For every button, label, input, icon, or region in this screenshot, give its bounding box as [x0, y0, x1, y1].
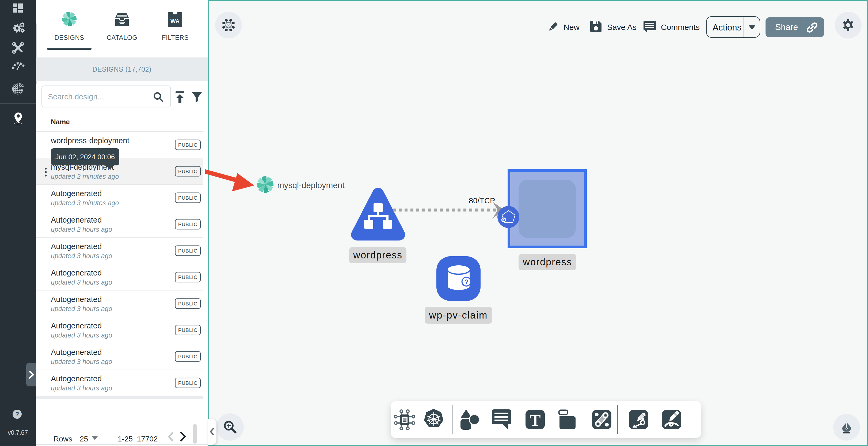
svg-text:?: ? — [15, 411, 19, 418]
svg-text:WA: WA — [170, 18, 180, 24]
svg-text:T: T — [529, 411, 540, 430]
svg-text:?: ? — [465, 278, 468, 285]
